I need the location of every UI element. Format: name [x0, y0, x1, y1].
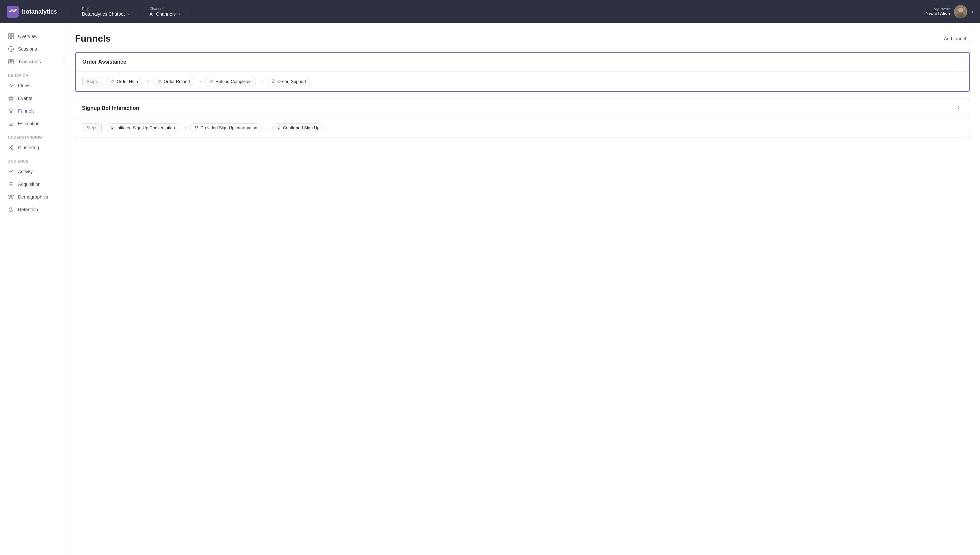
- logo-icon: [6, 6, 19, 18]
- sidebar-label-transcripts: Transcripts: [18, 59, 41, 64]
- sidebar-label-clustering: Clustering: [18, 145, 39, 150]
- sidebar-item-escalation[interactable]: Escalation: [0, 117, 65, 130]
- flows-icon: [8, 83, 14, 88]
- svg-rect-0: [6, 6, 19, 18]
- transcripts-icon: [8, 59, 14, 65]
- sidebar-item-clustering[interactable]: Clustering: [0, 141, 65, 154]
- step-label: Refund Completed: [216, 79, 252, 84]
- sidebar-label-activity: Activity: [18, 169, 33, 174]
- step-label: Provided Sign Up Information: [201, 125, 257, 130]
- profile-label: My Profile: [933, 7, 950, 11]
- activity-icon: [8, 168, 14, 175]
- project-dropdown[interactable]: Project Botanalytics Chatbot ▾: [72, 6, 139, 17]
- funnel-header-signup-bot: Signup Bot Interaction⋮: [76, 99, 970, 118]
- funnel-title-order-assistance: Order Assistance: [82, 59, 126, 65]
- lightbulb-icon: [110, 125, 114, 130]
- funnels-container: Order Assistance⋮StepsOrder Help→Order R…: [75, 52, 970, 138]
- profile-name: Dawud Aliyu: [924, 11, 950, 16]
- clustering-icon: [8, 144, 14, 151]
- events-icon: [8, 95, 14, 101]
- funnel-card-order-assistance: Order Assistance⋮StepsOrder Help→Order R…: [75, 52, 970, 92]
- step-chip: Order Refund: [153, 77, 194, 86]
- step-label: Order Refund: [164, 79, 190, 84]
- funnel-menu-button-order-assistance[interactable]: ⋮: [953, 59, 963, 65]
- escalation-icon: [8, 120, 14, 127]
- project-value: Botanalytics Chatbot ▾: [82, 11, 129, 17]
- sidebar-item-retention[interactable]: Retention: [0, 203, 65, 216]
- step-label: Order_Support: [277, 79, 306, 84]
- step-chip: Initiated Sign Up Conversation: [106, 123, 179, 132]
- lightbulb-icon: [271, 79, 275, 83]
- logo-text: botanalytics: [22, 8, 57, 15]
- step-arrow-icon: →: [259, 79, 264, 85]
- lightbulb-icon: [277, 125, 281, 130]
- sidebar-label-retention: Retention: [18, 207, 38, 212]
- svg-point-5: [957, 13, 965, 18]
- sidebar-label-escalation: Escalation: [18, 121, 40, 126]
- sidebar-item-overview[interactable]: Overview: [0, 30, 65, 43]
- main-layout: Overview Sessions Transcripts → BEHAVIO: [0, 23, 980, 555]
- svg-rect-8: [8, 37, 11, 39]
- svg-point-1: [9, 11, 11, 13]
- svg-point-14: [12, 148, 13, 150]
- sidebar-section-behavior: BEHAVIOR: [0, 68, 65, 79]
- add-funnel-button[interactable]: Add funnel...: [944, 36, 970, 41]
- sidebar-label-events: Events: [18, 96, 32, 101]
- sidebar-item-transcripts[interactable]: Transcripts →: [0, 55, 65, 68]
- nav-right: My Profile Dawud Aliyu ▾: [924, 5, 974, 18]
- nav-items: Project Botanalytics Chatbot ▾ Channel A…: [72, 6, 924, 17]
- funnel-menu-button-signup-bot[interactable]: ⋮: [954, 105, 963, 112]
- logo-area: botanalytics: [6, 6, 72, 18]
- sidebar: Overview Sessions Transcripts → BEHAVIO: [0, 23, 65, 555]
- sidebar-label-funnels: Funnels: [18, 108, 35, 114]
- step-label: Confirmed Sign Up: [283, 125, 320, 130]
- svg-point-19: [9, 182, 10, 183]
- svg-point-20: [10, 195, 12, 197]
- sidebar-label-acquisition: Acquisition: [18, 181, 41, 187]
- sidebar-item-events[interactable]: Events: [0, 92, 65, 104]
- profile-chevron-icon: ▾: [971, 9, 974, 14]
- step-arrow-icon: →: [264, 125, 270, 131]
- step-arrow-icon: →: [145, 79, 150, 85]
- overview-icon: [8, 33, 14, 39]
- content-area: Funnels Add funnel... Order Assistance⋮S…: [65, 23, 980, 555]
- project-chevron-icon: ▾: [127, 12, 129, 16]
- page-title: Funnels: [75, 33, 111, 44]
- sidebar-item-flows[interactable]: Flows: [0, 79, 65, 92]
- sidebar-label-sessions: Sessions: [18, 46, 37, 51]
- channel-value: All Channels ▾: [149, 11, 180, 17]
- funnel-steps-order-assistance: StepsOrder Help→Order Refund→Refund Comp…: [76, 72, 969, 91]
- svg-point-17: [10, 182, 12, 184]
- sidebar-item-demographics[interactable]: Demographics: [0, 191, 65, 203]
- steps-label-signup-bot: Steps: [82, 123, 102, 132]
- channel-chevron-icon: ▾: [178, 12, 180, 16]
- sidebar-item-activity[interactable]: Activity: [0, 165, 65, 178]
- sidebar-section-audience: AUDIENCE: [0, 154, 65, 165]
- clock-icon: [8, 46, 14, 52]
- step-label: Initiated Sign Up Conversation: [116, 125, 175, 130]
- step-chip: Refund Completed: [205, 77, 256, 86]
- funnel-card-signup-bot: Signup Bot Interaction⋮StepsInitiated Si…: [75, 99, 970, 138]
- sidebar-label-demographics: Demographics: [18, 194, 48, 199]
- step-arrow-icon: →: [197, 79, 202, 85]
- funnel-header-order-assistance: Order Assistance⋮: [76, 53, 969, 72]
- step-chip: Provided Sign Up Information: [190, 123, 262, 132]
- page-header: Funnels Add funnel...: [75, 33, 970, 44]
- svg-point-12: [9, 147, 11, 149]
- channel-dropdown[interactable]: Channel All Channels ▾: [139, 6, 190, 17]
- step-arrow-icon: →: [182, 125, 187, 131]
- lightbulb-icon: [194, 125, 199, 130]
- svg-line-16: [10, 148, 12, 149]
- svg-rect-6: [8, 34, 11, 36]
- sidebar-item-sessions[interactable]: Sessions: [0, 43, 65, 55]
- svg-point-18: [12, 182, 13, 183]
- sidebar-item-funnels[interactable]: Funnels: [0, 104, 65, 117]
- demographics-icon: [8, 194, 14, 200]
- sidebar-item-acquisition[interactable]: Acquisition: [0, 178, 65, 191]
- svg-point-21: [12, 195, 14, 196]
- sidebar-section-understanding: UNDERSTANDING: [0, 130, 65, 141]
- step-chip: Order_Support: [267, 77, 310, 86]
- svg-point-22: [9, 195, 10, 196]
- avatar[interactable]: [954, 5, 967, 18]
- svg-rect-9: [11, 37, 14, 39]
